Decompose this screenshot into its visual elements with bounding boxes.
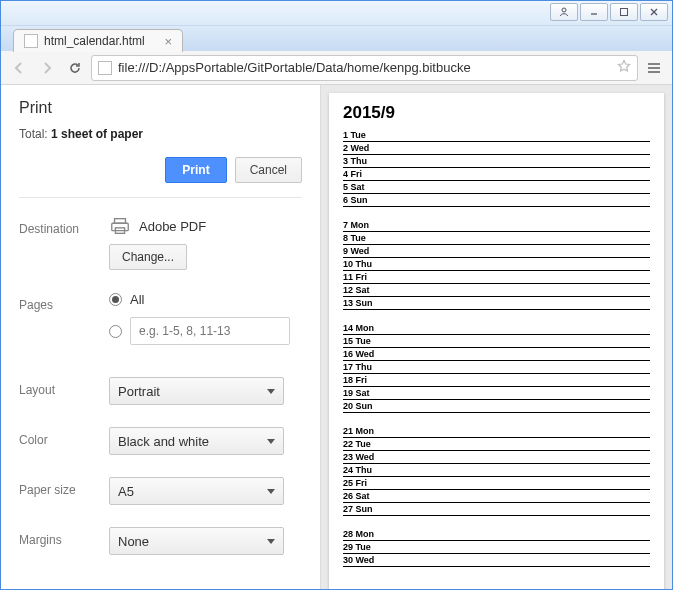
layout-label: Layout	[19, 377, 109, 397]
calendar-day-line: 4 Fri	[343, 168, 650, 181]
print-button-row: Print Cancel	[19, 157, 302, 198]
calendar-day-line: 15 Tue	[343, 335, 650, 348]
calendar-day-line: 29 Tue	[343, 541, 650, 554]
paper-value: A5	[118, 484, 134, 499]
total-prefix: Total:	[19, 127, 51, 141]
pages-all-text: All	[130, 292, 144, 307]
radio-checked-icon	[109, 293, 122, 306]
content-area: Print Total: 1 sheet of paper Print Canc…	[1, 85, 672, 589]
calendar-day-line: 18 Fri	[343, 374, 650, 387]
tab-strip: html_calendar.html ×	[1, 26, 672, 51]
total-bold: 1 sheet of paper	[51, 127, 143, 141]
svg-point-0	[562, 8, 566, 12]
tab-close-icon[interactable]: ×	[162, 34, 174, 49]
calendar-day-line: 6 Sun	[343, 194, 650, 207]
printer-icon	[109, 216, 131, 236]
calendar-day-line: 8 Tue	[343, 232, 650, 245]
url-text: file:///D:/AppsPortable/GitPortable/Data…	[118, 60, 471, 75]
svg-rect-9	[112, 223, 129, 230]
print-total: Total: 1 sheet of paper	[19, 127, 302, 141]
calendar-day-line: 11 Fri	[343, 271, 650, 284]
calendar-day-line: 3 Thu	[343, 155, 650, 168]
layout-row: Layout Portrait	[19, 377, 302, 405]
destination-row: Destination Adobe PDF Change...	[19, 216, 302, 270]
calendar-day-line: 1 Tue	[343, 129, 650, 142]
window-close-button[interactable]	[640, 3, 668, 21]
calendar-day-line: 7 Mon	[343, 219, 650, 232]
calendar-day-line: 26 Sat	[343, 490, 650, 503]
pages-all-radio[interactable]: All	[109, 292, 302, 307]
address-bar[interactable]: file:///D:/AppsPortable/GitPortable/Data…	[91, 55, 638, 81]
pages-row: Pages All	[19, 292, 302, 355]
calendar-day-line: 17 Thu	[343, 361, 650, 374]
chevron-down-icon	[267, 389, 275, 394]
paper-label: Paper size	[19, 477, 109, 497]
window-minimize-button[interactable]	[580, 3, 608, 21]
browser-window: html_calendar.html × file:///D:/AppsPort…	[0, 0, 673, 590]
calendar-day-line: 25 Fri	[343, 477, 650, 490]
layout-select[interactable]: Portrait	[109, 377, 284, 405]
forward-button[interactable]	[35, 56, 59, 80]
browser-toolbar: file:///D:/AppsPortable/GitPortable/Data…	[1, 51, 672, 85]
pages-custom-radio[interactable]	[109, 317, 302, 345]
reload-button[interactable]	[63, 56, 87, 80]
calendar-week: 28 Mon29 Tue30 Wed	[343, 528, 650, 567]
calendar-week: 1 Tue2 Wed3 Thu4 Fri5 Sat6 Sun	[343, 129, 650, 207]
cancel-button[interactable]: Cancel	[235, 157, 302, 183]
calendar-title: 2015/9	[343, 103, 650, 123]
print-preview-area[interactable]: 2015/9 1 Tue2 Wed3 Thu4 Fri5 Sat6 Sun7 M…	[321, 85, 672, 589]
paper-row: Paper size A5	[19, 477, 302, 505]
calendar-day-line: 30 Wed	[343, 554, 650, 567]
calendar-day-line: 23 Wed	[343, 451, 650, 464]
destination-value: Adobe PDF	[109, 216, 302, 236]
preview-page: 2015/9 1 Tue2 Wed3 Thu4 Fri5 Sat6 Sun7 M…	[329, 93, 664, 589]
chevron-down-icon	[267, 489, 275, 494]
calendar-week: 14 Mon15 Tue16 Wed17 Thu18 Fri19 Sat20 S…	[343, 322, 650, 413]
calendar-day-line: 28 Mon	[343, 528, 650, 541]
calendar-week: 7 Mon8 Tue9 Wed10 Thu11 Fri12 Sat13 Sun	[343, 219, 650, 310]
tab-title: html_calendar.html	[44, 34, 145, 48]
pages-custom-input[interactable]	[130, 317, 290, 345]
window-titlebar	[1, 1, 672, 26]
color-select[interactable]: Black and white	[109, 427, 284, 455]
calendar-day-line: 27 Sun	[343, 503, 650, 516]
calendar-day-line: 22 Tue	[343, 438, 650, 451]
chrome-menu-button[interactable]	[642, 56, 666, 80]
change-destination-button[interactable]: Change...	[109, 244, 187, 270]
back-button[interactable]	[7, 56, 31, 80]
calendar-day-line: 19 Sat	[343, 387, 650, 400]
calendar-day-line: 12 Sat	[343, 284, 650, 297]
calendar-day-line: 20 Sun	[343, 400, 650, 413]
margins-value: None	[118, 534, 149, 549]
bookmark-star-icon[interactable]	[617, 59, 631, 76]
pages-label: Pages	[19, 292, 109, 312]
layout-value: Portrait	[118, 384, 160, 399]
print-heading: Print	[19, 99, 302, 117]
calendar-day-line: 9 Wed	[343, 245, 650, 258]
window-user-icon[interactable]	[550, 3, 578, 21]
chevron-down-icon	[267, 439, 275, 444]
calendar-day-line: 16 Wed	[343, 348, 650, 361]
tab-active[interactable]: html_calendar.html ×	[13, 29, 183, 52]
calendar-day-line: 2 Wed	[343, 142, 650, 155]
color-value: Black and white	[118, 434, 209, 449]
paper-select[interactable]: A5	[109, 477, 284, 505]
calendar-day-line: 13 Sun	[343, 297, 650, 310]
window-maximize-button[interactable]	[610, 3, 638, 21]
file-icon	[98, 61, 112, 75]
color-label: Color	[19, 427, 109, 447]
color-row: Color Black and white	[19, 427, 302, 455]
print-dialog: Print Total: 1 sheet of paper Print Canc…	[1, 85, 321, 589]
calendar-day-line: 24 Thu	[343, 464, 650, 477]
destination-label: Destination	[19, 216, 109, 236]
svg-rect-2	[621, 9, 628, 16]
calendar-week: 21 Mon22 Tue23 Wed24 Thu25 Fri26 Sat27 S…	[343, 425, 650, 516]
radio-unchecked-icon	[109, 325, 122, 338]
calendar-day-line: 21 Mon	[343, 425, 650, 438]
calendar-day-line: 5 Sat	[343, 181, 650, 194]
print-button[interactable]: Print	[165, 157, 226, 183]
tab-favicon-icon	[24, 34, 38, 48]
calendar-body: 1 Tue2 Wed3 Thu4 Fri5 Sat6 Sun7 Mon8 Tue…	[343, 129, 650, 567]
margins-select[interactable]: None	[109, 527, 284, 555]
chevron-down-icon	[267, 539, 275, 544]
